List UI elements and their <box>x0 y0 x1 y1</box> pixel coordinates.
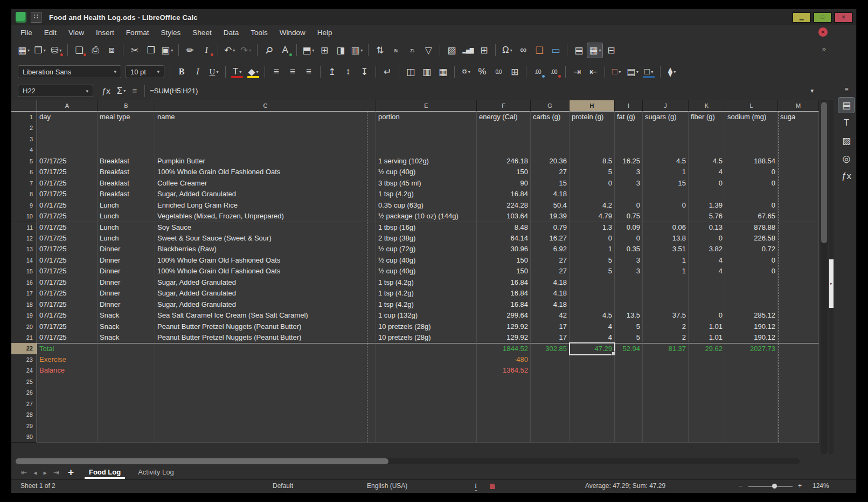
merge-center-cells-icon[interactable]: ▥ <box>419 65 434 79</box>
cell-M10[interactable] <box>778 211 819 222</box>
cell-H11[interactable]: 1.3 <box>570 222 615 233</box>
cell-E17[interactable]: 1 tsp (4.2g) <box>376 288 477 299</box>
cell-J29[interactable] <box>643 421 689 432</box>
cell-H30[interactable] <box>570 431 615 443</box>
cell-A12[interactable]: 07/17/25 <box>37 233 98 244</box>
cell-H22[interactable]: 47.29 <box>570 343 615 354</box>
toolbar-overflow-icon[interactable]: » <box>822 45 826 53</box>
close-document-icon[interactable]: ✕ <box>818 27 828 37</box>
cell-I26[interactable] <box>615 387 643 398</box>
cell-A7[interactable]: 07/17/25 <box>37 178 98 189</box>
cell-K9[interactable]: 1.39 <box>689 200 725 211</box>
cell-L27[interactable] <box>725 398 778 410</box>
row-header-25[interactable]: 25 <box>11 376 37 388</box>
cell-G25[interactable] <box>531 376 570 388</box>
cell-C7[interactable]: Coffee Creamer <box>155 178 376 189</box>
cell-M1[interactable]: suga <box>778 112 819 123</box>
cell-L22[interactable]: 2027.73 <box>725 343 778 354</box>
cell-G23[interactable] <box>531 354 570 366</box>
cell-G9[interactable]: 50.4 <box>531 200 570 211</box>
column-header-A[interactable]: A <box>37 100 98 112</box>
cell-I13[interactable]: 0.35 <box>615 244 643 255</box>
cell-A6[interactable]: 07/17/25 <box>37 167 98 178</box>
cell-A15[interactable]: 07/17/25 <box>37 266 98 277</box>
cell-F13[interactable]: 30.96 <box>477 244 531 255</box>
cell-B22[interactable] <box>98 343 155 354</box>
menu-tools[interactable]: Tools <box>245 29 274 37</box>
formula-input[interactable]: =SUM(H5:H21) <box>144 85 810 97</box>
cell-B10[interactable]: Lunch <box>98 211 155 222</box>
spelling-icon[interactable]: A <box>277 43 293 58</box>
close-button[interactable]: ✕ <box>834 12 853 23</box>
cell-E15[interactable]: ½ cup (40g) <box>376 266 477 277</box>
cell-C30[interactable] <box>155 431 376 443</box>
title-bar[interactable]: ∷ Food and Health Log.ods - LibreOffice … <box>11 9 856 25</box>
cell-K7[interactable]: 0 <box>689 178 725 189</box>
cell-C15[interactable]: 100% Whole Grain Old Fashioned Oats <box>155 266 376 277</box>
cell-G18[interactable]: 4.18 <box>531 299 570 311</box>
cell-M13[interactable] <box>778 244 819 255</box>
cell-L25[interactable] <box>725 376 778 388</box>
cell-F1[interactable]: energy (Cal) <box>477 112 531 123</box>
cell-J10[interactable] <box>643 211 689 222</box>
wrap-text-icon[interactable]: ↵ <box>380 65 395 79</box>
freeze-rows-columns-icon[interactable]: ▦▾ <box>587 43 602 58</box>
cell-G4[interactable] <box>531 145 570 156</box>
cell-C24[interactable] <box>155 365 376 376</box>
cell-E24[interactable] <box>376 365 477 376</box>
cell-B13[interactable]: Dinner <box>98 244 155 255</box>
save-icon[interactable]: ⛁▾ <box>48 43 64 58</box>
cell-J5[interactable]: 4.5 <box>643 156 689 167</box>
cell-I4[interactable] <box>615 145 643 156</box>
styles-icon[interactable]: T <box>838 115 855 130</box>
sidebar-settings-icon[interactable]: ≡ <box>838 86 855 93</box>
cell-H25[interactable] <box>570 376 615 388</box>
cell-G14[interactable]: 27 <box>531 255 570 266</box>
cell-G3[interactable] <box>531 134 570 145</box>
menu-styles[interactable]: Styles <box>155 29 187 37</box>
cell-I28[interactable] <box>615 409 643 421</box>
row-header-20[interactable]: 20 <box>11 321 37 333</box>
cell-B5[interactable]: Breakfast <box>98 156 155 167</box>
sort-icon[interactable]: ⇅ <box>372 43 387 58</box>
cell-I17[interactable] <box>615 288 643 299</box>
zoom-in-icon[interactable]: + <box>798 482 802 490</box>
row-header-28[interactable]: 28 <box>11 409 37 421</box>
cell-I24[interactable] <box>615 365 643 376</box>
cell-C12[interactable]: Sweet & Sour Sauce (Sweet & Sour) <box>155 233 376 244</box>
cell-B11[interactable]: Lunch <box>98 222 155 233</box>
cell-B17[interactable]: Dinner <box>98 288 155 299</box>
row-header-29[interactable]: 29 <box>11 421 37 432</box>
cell-K8[interactable] <box>689 189 725 200</box>
cell-L29[interactable] <box>725 421 778 432</box>
cell-A24[interactable]: Balance <box>37 365 98 376</box>
cell-K5[interactable]: 4.5 <box>689 156 725 167</box>
cell-G29[interactable] <box>531 421 570 432</box>
cell-E9[interactable]: 0.35 cup (63g) <box>376 200 477 211</box>
comment-icon[interactable]: ❑ <box>532 43 547 58</box>
cell-E7[interactable]: 3 tbsp (45 ml) <box>376 178 477 189</box>
cell-C19[interactable]: Sea Salt Caramel Ice Cream (Sea Salt Car… <box>155 310 376 321</box>
cell-I23[interactable] <box>615 354 643 366</box>
cell-J28[interactable] <box>643 409 689 421</box>
cell-I18[interactable] <box>615 299 643 311</box>
insert-columns-icon[interactable]: ◨ <box>333 43 348 58</box>
menu-data[interactable]: Data <box>218 29 245 37</box>
cell-K26[interactable] <box>689 387 725 398</box>
cell-B29[interactable] <box>98 421 155 432</box>
cell-F2[interactable] <box>477 122 531 134</box>
cell-M28[interactable] <box>778 409 819 421</box>
cell-E29[interactable] <box>376 421 477 432</box>
cell-H3[interactable] <box>570 134 615 145</box>
cell-J18[interactable] <box>643 299 689 311</box>
row-header-1[interactable]: 1 <box>11 112 37 123</box>
first-sheet-icon[interactable]: ⇤ <box>21 469 27 477</box>
paste-icon[interactable]: ▣▾ <box>159 43 175 58</box>
cell-C6[interactable]: 100% Whole Grain Old Fashioned Oats <box>155 167 376 178</box>
cell-H21[interactable]: 4 <box>570 332 615 343</box>
cell-E3[interactable] <box>376 134 477 145</box>
cell-B1[interactable]: meal type <box>98 112 155 123</box>
cell-F6[interactable]: 150 <box>477 167 531 178</box>
cell-C26[interactable] <box>155 387 376 398</box>
cell-A30[interactable] <box>37 431 98 443</box>
